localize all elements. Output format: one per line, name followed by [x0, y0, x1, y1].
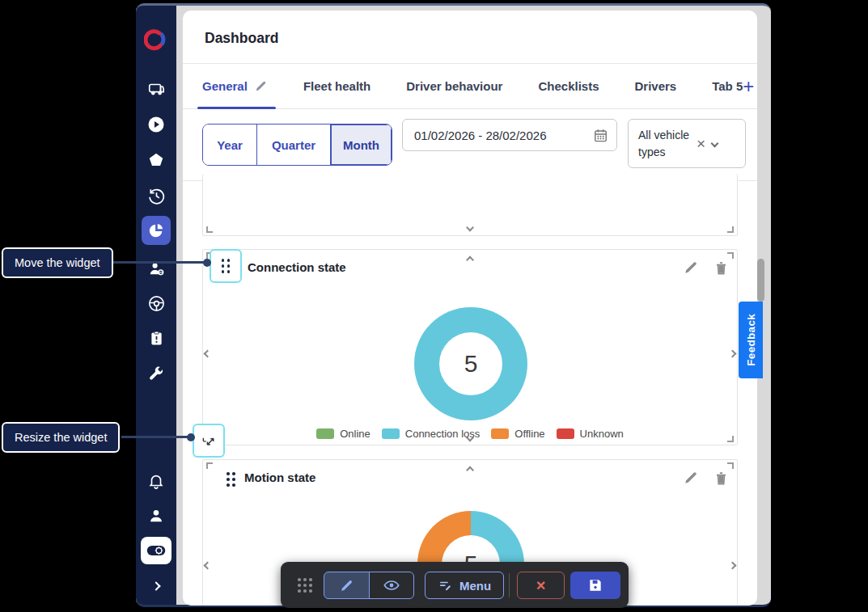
legend-swatch	[557, 428, 574, 439]
corner-mark	[206, 462, 213, 469]
resize-widget-tooltip: Resize the widget	[2, 422, 120, 453]
legend-item-unknown: Unknown	[557, 428, 624, 440]
move-up-arrow[interactable]	[468, 251, 473, 266]
sidebar-item-driving[interactable]	[136, 287, 176, 319]
widget-actions	[683, 260, 729, 276]
tab-fleet-health[interactable]: Fleet health	[303, 64, 370, 109]
corner-mark	[206, 226, 213, 233]
feedback-button[interactable]: Feedback	[739, 302, 763, 378]
pie-chart-icon	[147, 222, 165, 239]
menu-button[interactable]: Menu	[425, 572, 504, 599]
corner-mark	[727, 462, 734, 469]
add-tab-button[interactable]: +	[743, 77, 754, 96]
bell-icon	[147, 472, 165, 490]
legend-item-online: Online	[316, 428, 370, 440]
toolbar-drag-handle[interactable]	[298, 578, 312, 593]
edit-widget-button[interactable]	[683, 260, 699, 276]
wrench-icon	[147, 365, 165, 382]
edit-tab-pencil-icon[interactable]	[254, 79, 268, 93]
date-range-input[interactable]: 01/02/2026 - 28/02/2026	[402, 119, 617, 151]
move-right-arrow[interactable]	[730, 557, 735, 572]
pencil-icon	[683, 260, 699, 276]
sidebar-expand-button[interactable]	[136, 570, 176, 602]
vertical-scrollbar-thumb[interactable]	[757, 259, 764, 302]
tooltip-connector-line	[113, 261, 205, 264]
history-clock-icon	[147, 187, 166, 205]
period-quarter-button[interactable]: Quarter	[256, 125, 330, 165]
main-panel: Dashboard General Fleet health Driver be…	[183, 11, 757, 606]
tab-driver-behaviour[interactable]: Driver behaviour	[406, 64, 502, 109]
donut-center-value: 5	[464, 350, 478, 378]
period-segmented-control: Year Quarter Month	[202, 124, 392, 166]
calendar-icon[interactable]	[593, 128, 608, 143]
tab-general[interactable]: General	[202, 64, 268, 109]
edit-mode-button[interactable]	[324, 572, 370, 599]
sidebar-item-fleet[interactable]	[136, 73, 176, 105]
tooltip-connector-line	[121, 436, 190, 438]
widget-move-handle[interactable]	[210, 249, 242, 283]
move-left-arrow[interactable]	[205, 345, 210, 360]
trash-icon	[713, 471, 729, 486]
sidebar-item-notifications[interactable]	[136, 465, 176, 497]
period-month-button[interactable]: Month	[330, 125, 392, 165]
sidebar-item-tools[interactable]	[136, 357, 176, 390]
settings-card	[141, 537, 171, 564]
widget-resize-handle[interactable]	[193, 424, 225, 458]
widget-title: Motion state	[244, 471, 315, 484]
view-mode-button[interactable]	[369, 572, 414, 599]
cancel-button[interactable]: ×	[517, 572, 565, 599]
sidebar	[136, 6, 176, 605]
period-year-button[interactable]: Year	[203, 125, 256, 165]
steering-wheel-icon	[147, 294, 166, 313]
move-up-arrow[interactable]	[468, 462, 473, 476]
sidebar-item-geofence[interactable]	[136, 144, 176, 176]
move-widget-tooltip: Move the widget	[2, 247, 113, 278]
sidebar-item-history[interactable]	[136, 179, 176, 212]
sidebar-item-settings-toggle[interactable]	[136, 535, 176, 568]
edit-widget-button[interactable]	[683, 470, 699, 486]
trash-icon	[713, 260, 729, 276]
tooltip-connector-dot	[187, 433, 195, 441]
widget-actions	[683, 470, 729, 486]
legend-item-connection-loss: Connection loss	[382, 428, 481, 440]
save-floppy-icon	[587, 577, 603, 593]
corner-mark	[727, 226, 734, 233]
tab-5[interactable]: Tab 5	[712, 64, 743, 109]
chart-legend: Online Connection loss Offline Unknown	[203, 428, 737, 440]
move-left-arrow[interactable]	[205, 557, 210, 572]
app-logo	[136, 23, 176, 56]
date-range-value: 01/02/2026 - 28/02/2026	[414, 129, 593, 142]
sidebar-item-dashboard[interactable]	[136, 216, 176, 248]
tooltip-connector-dot	[203, 259, 211, 267]
tab-checklists[interactable]: Checklists	[538, 64, 599, 109]
pencil-icon	[339, 578, 354, 593]
pentagon-icon	[147, 151, 165, 169]
sidebar-item-tasks[interactable]	[136, 322, 176, 354]
save-button[interactable]	[570, 572, 620, 599]
delete-widget-button[interactable]	[713, 260, 729, 276]
clipboard-alert-icon	[148, 330, 165, 347]
move-right-arrow[interactable]	[730, 345, 735, 360]
delete-widget-button[interactable]	[713, 470, 729, 486]
close-icon: ×	[536, 576, 546, 595]
widget-connection-state: Connection state 5	[202, 249, 738, 445]
legend-swatch	[316, 428, 334, 439]
move-down-arrow[interactable]	[468, 219, 473, 234]
vehicle-type-select[interactable]: All vehicle types ×	[628, 119, 746, 168]
chevron-down-icon[interactable]	[711, 140, 719, 148]
legend-swatch	[491, 428, 509, 439]
widget-move-handle[interactable]	[227, 472, 235, 487]
pencil-icon	[683, 470, 699, 486]
edit-mode-toolbar: Menu ×	[281, 562, 629, 608]
chevron-right-icon	[151, 581, 160, 590]
filter-row: Year Quarter Month 01/02/2026 - 28/02/20…	[183, 110, 757, 181]
menu-button-label: Menu	[459, 579, 491, 593]
play-circle-icon	[146, 115, 166, 134]
connection-state-donut-chart: 5	[414, 307, 527, 420]
sidebar-item-account[interactable]	[136, 500, 176, 532]
sidebar-item-video[interactable]	[136, 108, 176, 141]
tab-drivers[interactable]: Drivers	[635, 64, 677, 109]
clear-filter-icon[interactable]: ×	[697, 135, 705, 153]
sidebar-item-drivers[interactable]	[136, 252, 176, 285]
corner-mark	[727, 252, 734, 259]
